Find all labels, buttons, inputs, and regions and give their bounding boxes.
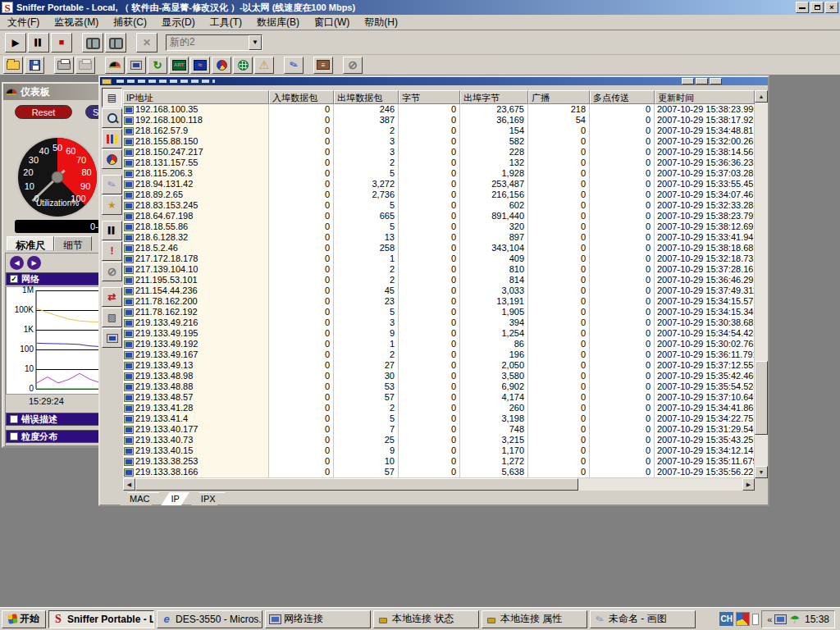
pause-icon[interactable]: ▌▌ xyxy=(102,221,122,240)
tab-mac[interactable]: MAC xyxy=(120,492,159,505)
find-frames-icon[interactable] xyxy=(105,33,126,52)
table-row[interactable]: 219.133.38.16605705,638002007-10-29 15:3… xyxy=(123,467,755,477)
tab-ipx[interactable]: IPX xyxy=(191,492,226,505)
table-row[interactable]: 219.133.41.40503,198002007-10-29 15:34:2… xyxy=(123,413,755,424)
menu-item-6[interactable]: 窗口(W) xyxy=(307,14,357,31)
horizontal-scroll-thumb[interactable] xyxy=(135,478,578,491)
table-row[interactable]: 218.155.88.150030582002007-10-29 15:32:0… xyxy=(123,136,755,147)
host-restore-icon[interactable] xyxy=(696,78,708,84)
pie-chart-icon[interactable] xyxy=(102,149,122,169)
table-row[interactable]: 218.94.131.4203,2720253,487002007-10-29 … xyxy=(123,179,755,189)
matrix-icon[interactable]: ↻ xyxy=(148,57,167,74)
protocol-distribution-icon[interactable] xyxy=(212,57,231,74)
table-row[interactable]: 218.18.55.86050320002007-10-29 15:38:12.… xyxy=(123,221,755,232)
table-row[interactable]: 219.133.41.28020260002007-10-29 15:34:41… xyxy=(123,403,755,413)
horizontal-scrollbar[interactable]: ◀ ▶ xyxy=(123,478,755,491)
column-header-6[interactable]: 多点传送 xyxy=(590,90,655,104)
menu-item-5[interactable]: 数据库(B) xyxy=(249,14,307,31)
task-connection-props[interactable]: 本地连接 属性 xyxy=(482,610,587,628)
table-row[interactable]: 211.195.53.101020814002007-10-29 15:36:4… xyxy=(123,275,755,285)
table-row[interactable]: 219.133.49.1950901,254002007-10-29 15:34… xyxy=(123,328,755,339)
pause-capture-icon[interactable]: ▌▌ xyxy=(28,33,49,52)
stop-capture-icon[interactable]: ■ xyxy=(51,33,72,52)
menu-item-1[interactable]: 监视器(M) xyxy=(47,14,106,31)
table-row[interactable]: 192.168.100.1180387036,1695402007-10-29 … xyxy=(123,115,755,126)
alarm-icon[interactable]: ! xyxy=(102,241,122,261)
host-table-title-bar[interactable] xyxy=(100,77,768,85)
vertical-scroll-thumb[interactable] xyxy=(755,361,768,435)
start-capture-icon[interactable]: ▶ xyxy=(5,33,26,52)
host-close-icon[interactable] xyxy=(710,78,722,84)
find-icon[interactable] xyxy=(102,108,122,128)
task-network[interactable]: 网络连接 xyxy=(265,610,371,628)
column-header-3[interactable]: 字节 xyxy=(399,90,460,104)
column-header-4[interactable]: 出埠字节 xyxy=(460,90,528,104)
menu-item-3[interactable]: 显示(D) xyxy=(154,14,203,31)
scroll-right-icon[interactable]: ▶ xyxy=(742,478,755,491)
table-row[interactable]: 211.78.162.200023013,191002007-10-29 15:… xyxy=(123,296,755,307)
menu-item-0[interactable]: 文件(F) xyxy=(0,14,47,31)
table-row[interactable]: 219.133.48.8805306,902002007-10-29 15:35… xyxy=(123,381,755,392)
table-row[interactable]: 211.154.44.23604503,033002007-10-29 15:3… xyxy=(123,285,755,296)
help-book-icon[interactable]: ≡ xyxy=(313,57,333,74)
history-samples-icon[interactable]: ≈ xyxy=(190,57,210,74)
column-header-5[interactable]: 广播 xyxy=(528,90,590,104)
start-button[interactable]: 开始 xyxy=(2,610,46,628)
scale-tab-细节[interactable]: 细节 xyxy=(54,236,92,251)
table-row[interactable]: 218.83.153.245050602002007-10-29 15:32:3… xyxy=(123,200,755,211)
scroll-up-icon[interactable]: ▲ xyxy=(755,90,768,103)
art-icon[interactable]: ART xyxy=(169,57,189,74)
properties-icon[interactable]: ▧ xyxy=(102,308,122,327)
chart-forward-button[interactable]: ▶ xyxy=(27,256,41,270)
table-row[interactable]: 218.150.247.217030228002007-10-29 15:38:… xyxy=(123,147,755,158)
restore-icon[interactable] xyxy=(810,2,824,13)
column-header-1[interactable]: 入埠数据包 xyxy=(269,90,334,104)
bar-chart-icon[interactable] xyxy=(102,129,122,148)
detail-view-icon[interactable]: ▤ xyxy=(102,88,122,107)
cancel-icon[interactable]: ⊘ xyxy=(343,57,363,74)
column-header-0[interactable]: IP地址 xyxy=(123,90,269,104)
table-row[interactable]: 218.6.128.320130897002007-10-29 15:33:41… xyxy=(123,232,755,243)
scroll-left-icon[interactable]: ◀ xyxy=(123,478,135,491)
task-sniffer[interactable]: SSniffer Portable - L... xyxy=(48,610,154,628)
section-checkbox[interactable]: ✓ xyxy=(10,275,18,283)
table-row[interactable]: 192.168.100.350246023,67521802007-10-29 … xyxy=(123,104,755,115)
save-icon[interactable] xyxy=(25,57,44,74)
menu-item-4[interactable]: 工具(T) xyxy=(203,14,249,31)
table-row[interactable]: 219.133.49.1302702,050002007-10-29 15:37… xyxy=(123,360,755,371)
global-statistics-icon[interactable] xyxy=(233,57,253,74)
capture-view-icon[interactable] xyxy=(82,33,103,52)
doc-icon[interactable] xyxy=(752,614,759,625)
task-paint[interactable]: ✎未命名 - 画图 xyxy=(590,610,696,628)
table-row[interactable]: 219.133.49.19201086002007-10-29 15:30:02… xyxy=(123,339,755,349)
vertical-scrollbar[interactable]: ▲ ▼ xyxy=(755,90,768,478)
table-row[interactable]: 219.133.40.150901,170002007-10-29 15:34:… xyxy=(123,445,755,456)
table-row[interactable]: 217.172.18.178010409002007-10-29 15:32:1… xyxy=(123,253,755,264)
menu-item-2[interactable]: 捕获(C) xyxy=(106,14,154,31)
host-minimize-icon[interactable] xyxy=(682,78,694,84)
table-row[interactable]: 211.78.162.1920501,905002007-10-29 15:34… xyxy=(123,307,755,317)
tab-ip[interactable]: IP xyxy=(161,492,189,505)
print-icon[interactable] xyxy=(54,57,74,74)
host-table-icon[interactable] xyxy=(126,57,146,74)
table-row[interactable]: 218.64.67.19806650891,440002007-10-29 15… xyxy=(123,211,755,221)
column-header-7[interactable]: 更新时间 xyxy=(655,90,755,104)
table-row[interactable]: 219.133.49.167020196002007-10-29 15:36:1… xyxy=(123,349,755,360)
wizard-icon[interactable]: ★ xyxy=(102,195,122,215)
network-tray-icon[interactable] xyxy=(775,615,786,623)
export-icon[interactable]: ⇄ xyxy=(102,287,122,307)
ime-icon[interactable] xyxy=(736,612,750,626)
language-indicator[interactable]: CH xyxy=(719,612,733,626)
table-row[interactable]: 219.133.38.25301001,272002007-10-29 15:3… xyxy=(123,456,755,467)
table-row[interactable]: 218.162.57.9020154002007-10-29 15:34:48.… xyxy=(123,126,755,136)
table-row[interactable]: 219.133.40.7302503,215002007-10-29 15:35… xyxy=(123,435,755,445)
print-small-icon[interactable] xyxy=(102,328,122,348)
chart-back-button[interactable]: ◀ xyxy=(10,256,24,270)
close-icon[interactable]: × xyxy=(825,2,838,13)
table-row[interactable]: 218.89.2.6502,7360216,156002007-10-29 15… xyxy=(123,189,755,200)
column-header-2[interactable]: 出埠数据包 xyxy=(334,90,399,104)
cancel-icon[interactable]: ⊘ xyxy=(102,262,122,281)
menu-item-7[interactable]: 帮助(H) xyxy=(357,14,405,31)
open-icon[interactable] xyxy=(3,57,23,74)
task-connection-status[interactable]: 本地连接 状态 xyxy=(373,610,479,628)
